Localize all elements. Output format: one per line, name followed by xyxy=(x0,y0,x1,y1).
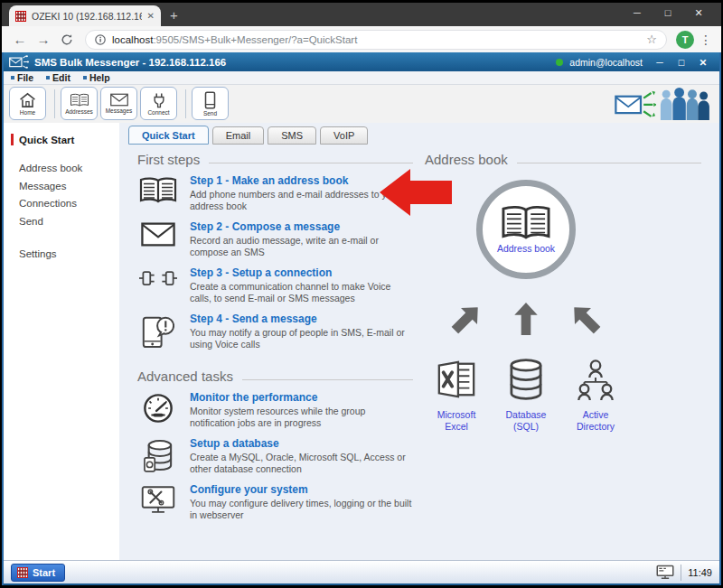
start-button[interactable]: Start xyxy=(11,564,65,582)
bullet-icon xyxy=(83,76,87,79)
address-book-circle-label: Address book xyxy=(497,243,555,254)
tab-email[interactable]: Email xyxy=(212,126,265,145)
toolbar-home-button[interactable]: Home xyxy=(9,87,46,120)
monitor-tools-icon xyxy=(137,483,179,516)
step-2-title[interactable]: Step 2 - Compose a message xyxy=(190,220,413,233)
source-excel[interactable]: Microsoft Excel xyxy=(425,359,488,433)
url-path: :9505/SMS+Bulk+Messenger/?a=QuickStart xyxy=(153,34,357,45)
new-tab-button[interactable]: + xyxy=(170,7,178,23)
address-book-circle[interactable]: Address book xyxy=(476,180,576,279)
sidebar-item-connections[interactable]: Connections xyxy=(19,195,119,213)
reload-icon[interactable] xyxy=(58,33,76,46)
step-4-desc: You may notify a group of people in SMS,… xyxy=(190,327,413,350)
browser-close-button[interactable]: ✕ xyxy=(683,3,714,23)
heading-rule xyxy=(209,163,413,163)
app-maximize-button[interactable]: □ xyxy=(671,57,692,68)
step-4[interactable]: Step 4 - Send a message You may notify a… xyxy=(137,313,413,350)
browser-tabstrip: OZEKI 10 (192.168.112.166) ✕ + ─ □ ✕ xyxy=(2,3,721,26)
source-database[interactable]: Database (SQL) xyxy=(494,359,558,433)
start-button-label: Start xyxy=(33,567,55,578)
toolbar-connect-label: Connect xyxy=(147,109,169,116)
url-host: localhost xyxy=(112,34,153,45)
sidebar-list: Address book Messages Connections Send xyxy=(4,160,119,230)
profile-avatar[interactable]: T xyxy=(676,31,694,49)
app-logo-icon xyxy=(9,55,29,69)
advanced-task-monitor[interactable]: Monitor the performance Monitor system r… xyxy=(137,391,413,429)
advanced-task-database[interactable]: Setup a database Create a MySQL, Oracle,… xyxy=(137,437,413,475)
sidebar-item-send[interactable]: Send xyxy=(19,213,119,231)
advanced-monitor-text: Monitor the performance Monitor system r… xyxy=(190,391,413,429)
source-active-directory[interactable]: Active Directory xyxy=(564,359,627,433)
toolbar-connect-button[interactable]: Connect xyxy=(140,87,177,120)
app-toolbar: Home Addresses Messages xyxy=(4,85,719,123)
bookmark-star-icon[interactable]: ☆ xyxy=(646,33,657,46)
red-highlight-arrow xyxy=(380,169,452,217)
display-tray-icon[interactable] xyxy=(656,565,674,580)
forward-icon[interactable]: → xyxy=(34,32,52,47)
source-database-label: Database (SQL) xyxy=(506,409,547,433)
screen: OZEKI 10 (192.168.112.166) ✕ + ─ □ ✕ ← →… xyxy=(2,3,721,585)
menu-file[interactable]: File xyxy=(11,72,33,83)
envelope-icon xyxy=(110,93,128,107)
browser-minimize-button[interactable]: ─ xyxy=(622,3,653,23)
toolbar-addresses-button[interactable]: Addresses xyxy=(61,87,98,120)
step-1[interactable]: Step 1 - Make an address book Add phone … xyxy=(137,174,413,212)
advanced-configure-title[interactable]: Configure your system xyxy=(190,483,413,496)
sidebar-item-address-book[interactable]: Address book xyxy=(19,160,119,178)
toolbar-send-button[interactable]: Send xyxy=(192,87,229,120)
first-steps-heading-text: First steps xyxy=(137,152,200,167)
step-3-desc: Create a communication channel to make V… xyxy=(190,281,413,304)
tab-voip[interactable]: VoIP xyxy=(320,126,368,145)
browser-menu-icon[interactable]: ⋮ xyxy=(700,33,712,47)
step-2[interactable]: Step 2 - Compose a message Record an aud… xyxy=(137,220,413,258)
gauge-icon xyxy=(137,391,179,424)
address-bar[interactable]: localhost:9505/SMS+Bulk+Messenger/?a=Qui… xyxy=(85,30,667,50)
advanced-monitor-title[interactable]: Monitor the performance xyxy=(190,391,413,404)
data-sources: Microsoft Excel Database (SQL) xyxy=(425,359,627,433)
info-icon[interactable] xyxy=(95,34,106,45)
address-book-column: Address book Address book xyxy=(413,152,701,529)
tray-separator xyxy=(681,565,681,581)
step-3-title[interactable]: Step 3 - Setup a connection xyxy=(190,266,413,279)
app-titlebar: SMS Bulk Messenger - 192.168.112.166 adm… xyxy=(4,52,719,71)
arrow-up-right-icon xyxy=(446,299,486,339)
menu-edit[interactable]: Edit xyxy=(46,72,70,83)
step-4-title[interactable]: Step 4 - Send a message xyxy=(190,313,413,325)
advanced-tasks-heading: Advanced tasks xyxy=(137,369,413,384)
plug-icon xyxy=(152,92,166,108)
browser-tab[interactable]: OZEKI 10 (192.168.112.166) ✕ xyxy=(9,5,161,26)
menu-help-label: Help xyxy=(89,72,110,83)
titlebar-right: admin@localhost ─ □ ✕ xyxy=(556,57,714,68)
browser-maximize-button[interactable]: □ xyxy=(653,3,683,23)
sidebar-item-messages[interactable]: Messages xyxy=(19,178,119,196)
menu-edit-label: Edit xyxy=(52,72,70,83)
app-main: Quick Start Address book Messages Connec… xyxy=(4,123,719,560)
advanced-task-configure[interactable]: Configure your system You may configure … xyxy=(137,483,413,521)
header-graphic xyxy=(615,88,714,120)
excel-icon xyxy=(436,359,477,400)
step-3[interactable]: Step 3 - Setup a connection Create a com… xyxy=(137,266,413,304)
app-window-controls: ─ □ ✕ xyxy=(649,57,714,68)
tab-close-icon[interactable]: ✕ xyxy=(147,11,155,21)
sidebar-item-settings[interactable]: Settings xyxy=(4,248,119,259)
phone-icon xyxy=(204,91,216,109)
envelope-arrows-icon xyxy=(615,90,656,117)
tab-sms[interactable]: SMS xyxy=(268,126,316,145)
people-group-icon xyxy=(658,88,710,120)
tab-quick-start[interactable]: Quick Start xyxy=(128,126,209,145)
system-tray: 11:49 xyxy=(656,565,712,581)
back-icon[interactable]: ← xyxy=(11,32,29,47)
advanced-database-text: Setup a database Create a MySQL, Oracle,… xyxy=(190,437,413,475)
toolbar-messages-button[interactable]: Messages xyxy=(100,87,137,120)
url-text[interactable]: localhost:9505/SMS+Bulk+Messenger/?a=Qui… xyxy=(112,34,640,45)
logged-in-user: admin@localhost xyxy=(569,57,643,68)
menu-help[interactable]: Help xyxy=(83,72,110,83)
ozeki-favicon xyxy=(15,11,26,22)
advanced-database-title[interactable]: Setup a database xyxy=(190,437,413,450)
app-window: SMS Bulk Messenger - 192.168.112.166 adm… xyxy=(2,52,721,585)
sidebar-item-quick-start[interactable]: Quick Start xyxy=(4,134,119,145)
step-2-text: Step 2 - Compose a message Record an aud… xyxy=(190,220,413,258)
app-minimize-button[interactable]: ─ xyxy=(649,57,671,68)
advanced-configure-text: Configure your system You may configure … xyxy=(190,483,413,521)
app-close-button[interactable]: ✕ xyxy=(692,57,714,68)
